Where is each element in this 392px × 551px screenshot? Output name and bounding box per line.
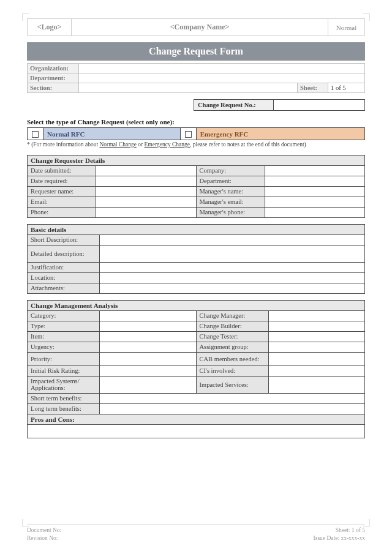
document-page: <Logo> <Company Name> Normal Change Requ… [0,0,392,551]
change-request-no-table: Change Request No.: [194,99,365,111]
managers-phone-label: Manager's phone: [196,207,265,217]
initial-risk-label: Initial Risk Rating: [28,365,100,376]
form-title: Change Request Form [27,42,365,61]
company-field[interactable] [265,165,365,176]
long-term-field[interactable] [100,403,365,414]
phone-label: Phone: [28,207,96,217]
item-field[interactable] [100,331,197,342]
cab-members-field[interactable] [268,352,365,365]
urgency-label: Urgency: [28,342,100,352]
managers-name-field[interactable] [265,186,365,197]
change-tester-field[interactable] [268,331,365,342]
sheet-label: Sheet: [298,83,328,93]
select-type-prompt: Select the type of Change Request (selec… [27,118,365,126]
email-label: Email: [28,197,96,207]
change-request-no-wrap: Change Request No.: [27,99,365,111]
managers-email-label: Manager's email: [196,197,265,207]
corner-mark [22,13,29,21]
change-builder-label: Change Builder: [196,321,268,331]
assignment-group-label: Assignment group: [196,342,268,352]
company-label: Company: [196,165,265,176]
emergency-rfc-label: Emergency RFC [196,128,364,140]
short-term-field[interactable] [100,393,365,403]
priority-field[interactable] [100,352,197,365]
pros-cons-field[interactable] [28,424,365,438]
section-label: Section: [28,83,79,93]
cma-header: Change Management Analysis [28,300,365,310]
change-manager-field[interactable] [268,310,365,321]
justification-field[interactable] [100,262,365,272]
requester-name-field[interactable] [96,186,197,197]
item-label: Item: [28,331,100,342]
urgency-field[interactable] [100,342,197,352]
attachments-label: Attachments: [28,283,100,293]
location-label: Location: [28,272,100,283]
doc-footer: Document No: Revision No: Sheet: 1 of 5 … [27,524,365,542]
detailed-desc-label: Detailed description: [28,245,100,262]
date-required-field[interactable] [96,176,197,186]
managers-phone-field[interactable] [265,207,365,217]
org-info-table: Organization: Department: Section: Sheet… [27,63,365,93]
change-request-no-field[interactable] [274,100,365,111]
attachments-field[interactable] [100,283,365,293]
rfc-type-table: Normal RFC Emergency RFC [27,127,365,140]
doc-no: Document No: [27,527,61,534]
date-submitted-field[interactable] [96,165,197,176]
doc-header-table: <Logo> <Company Name> Normal [27,18,365,36]
basic-details-table: Basic details Short Description: Detaile… [27,224,365,294]
impacted-services-field[interactable] [268,376,365,393]
impacted-services-label: Impacted Services: [196,376,268,393]
change-manager-label: Change Manager: [196,310,268,321]
impacted-systems-field[interactable] [100,376,197,393]
department-label: Department: [28,73,79,83]
managers-email-field[interactable] [265,197,365,207]
req-department-label: Department: [196,176,265,186]
basic-header: Basic details [28,224,365,234]
sheet-value: 1 of 5 [328,83,365,93]
rev-no: Revision No: [27,534,61,542]
phone-field[interactable] [96,207,197,217]
requester-details-table: Change Requester Details Date submitted:… [27,155,365,218]
assignment-group-field[interactable] [268,342,365,352]
normal-change-link[interactable]: Normal Change [99,141,136,148]
short-desc-field[interactable] [100,234,365,245]
email-field[interactable] [96,197,197,207]
footer-left: Document No: Revision No: [27,527,61,542]
emergency-change-link[interactable]: Emergency Change [145,141,190,148]
mode-label: Normal [328,19,365,36]
change-request-no-label: Change Request No.: [194,100,274,111]
requester-header: Change Requester Details [28,155,365,165]
location-field[interactable] [100,272,365,283]
organization-field[interactable] [79,64,365,73]
long-term-label: Long term benefits: [28,403,100,414]
pros-cons-header: Pros and Cons: [28,414,365,424]
normal-rfc-label: Normal RFC [43,128,181,140]
category-label: Category: [28,310,100,321]
category-field[interactable] [100,310,197,321]
short-term-label: Short term benefits: [28,393,100,403]
change-tester-label: Change Tester: [196,331,268,342]
date-submitted-label: Date submitted: [28,165,96,176]
req-department-field[interactable] [265,176,365,186]
change-builder-field[interactable] [268,321,365,331]
normal-rfc-checkbox[interactable] [28,128,43,140]
date-required-label: Date required: [28,176,96,186]
rfc-footnote: * (For more information about Normal Cha… [27,141,365,149]
detailed-desc-field[interactable] [100,245,365,262]
short-desc-label: Short Description: [28,234,100,245]
cis-involved-field[interactable] [268,365,365,376]
type-field[interactable] [100,321,197,331]
section-field[interactable] [79,83,298,93]
department-field[interactable] [79,73,365,83]
type-label: Type: [28,321,100,331]
impacted-systems-label: Impacted Systems/ Applications: [28,376,100,393]
emergency-rfc-checkbox[interactable] [180,128,196,140]
cab-members-label: CAB members needed: [196,352,268,365]
cma-table: Change Management Analysis Category: Cha… [27,300,365,438]
initial-risk-field[interactable] [100,365,197,376]
managers-name-label: Manager's name: [196,186,265,197]
justification-label: Justification: [28,262,100,272]
footer-issue-date: Issue Date: xx-xxx-xx [314,534,365,542]
footer-right: Sheet: 1 of 5 Issue Date: xx-xxx-xx [314,527,365,542]
priority-label: Priority: [28,352,100,365]
